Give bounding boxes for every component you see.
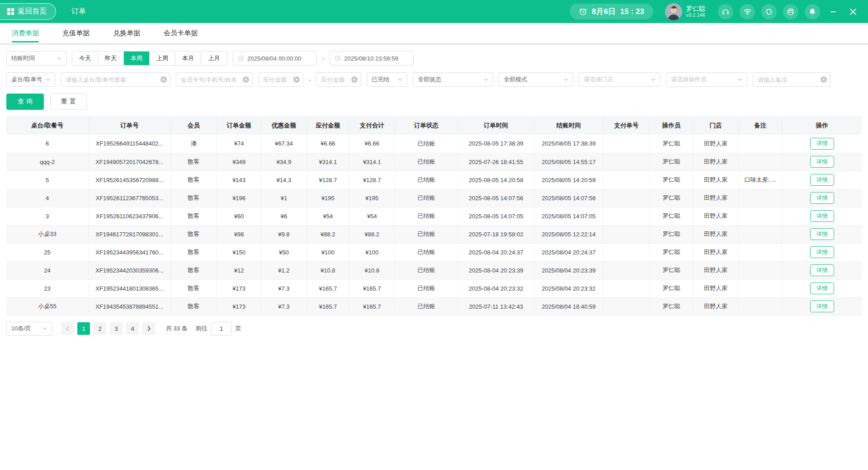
cell-remark (738, 207, 782, 225)
cell-discount-amount: ¥6 (261, 207, 307, 225)
cell-payment-no (604, 243, 650, 261)
quick-range-last-month[interactable]: 上月 (201, 52, 227, 65)
sync-icon[interactable] (761, 4, 777, 19)
cell-operator: 罗仁聪 (650, 135, 693, 153)
back-home-button[interactable]: 返回首页 (0, 3, 56, 20)
cell-discount-amount: ¥14.3 (261, 171, 307, 189)
cell-payment-no (604, 189, 650, 207)
chevron-down-icon (738, 78, 742, 81)
quick-range-this-month[interactable]: 本月 (175, 52, 201, 65)
tab-exchange-receipts[interactable]: 兑换单据 (113, 23, 140, 43)
cell-order-no: XF19435453878894551... (89, 297, 171, 315)
clear-icon[interactable] (821, 76, 827, 83)
mode-value: 全部模式 (504, 75, 527, 84)
quick-range-this-week[interactable]: 本周 (124, 52, 150, 65)
clear-icon[interactable] (351, 76, 358, 83)
datetime-display: 8月6日 15 : 23 (570, 4, 653, 19)
member-search-input[interactable] (181, 76, 248, 83)
cell-table-no: 6 (6, 135, 89, 153)
goto-page-input[interactable] (211, 322, 232, 336)
query-button[interactable]: 查询 (6, 94, 44, 110)
cell-checkout-time: 2025/08/04 20:23:39 (534, 261, 603, 279)
clear-icon[interactable] (293, 76, 300, 83)
back-home-label: 返回首页 (18, 7, 47, 16)
cell-payable-amount: ¥6.66 (307, 135, 349, 153)
bell-icon[interactable] (805, 4, 820, 19)
time-type-select[interactable]: 结账时间 (6, 51, 66, 66)
remark-input[interactable] (758, 76, 826, 83)
cell-checkout-time: 2025/08/05 14:07:56 (534, 189, 603, 207)
table-no-select[interactable]: 桌台/取单号 (6, 72, 55, 87)
column-header-order-status: 订单状态 (395, 116, 458, 135)
detail-button[interactable]: 详情 (810, 246, 834, 258)
detail-button[interactable]: 详情 (810, 228, 834, 240)
cell-order-no: XF19523441801308365... (89, 279, 171, 297)
tab-consume-receipts[interactable]: 消费单据 (12, 23, 39, 43)
table-search-field (61, 72, 170, 87)
cell-paid-total: ¥195 (349, 189, 395, 207)
cell-paid-total: ¥54 (349, 207, 395, 225)
reset-button[interactable]: 重置 (50, 94, 87, 110)
table-search-input[interactable] (66, 76, 165, 83)
cell-order-time: 2025-07-11 13:42:43 (458, 297, 534, 315)
cell-order-amount: ¥349 (217, 153, 261, 171)
cell-paid-total: ¥165.7 (349, 279, 395, 297)
clear-icon[interactable] (243, 76, 249, 83)
store-select[interactable]: 请选择门店 (579, 72, 660, 87)
wifi-icon[interactable] (740, 4, 755, 19)
page-unit-label: 页 (236, 324, 241, 333)
cell-order-status: 已结账 (395, 207, 458, 225)
cell-order-no: XF19526649115448402... (89, 135, 171, 153)
chevron-left-icon (66, 326, 70, 331)
cell-operator: 罗仁聪 (650, 153, 693, 171)
column-header-member: 会员 (170, 116, 217, 135)
detail-button[interactable]: 详情 (810, 264, 834, 276)
detail-button[interactable]: 详情 (810, 210, 834, 222)
table-row: 23XF19523441801308365...散客¥173¥7.3¥165.7… (6, 279, 862, 297)
cell-operator: 罗仁聪 (650, 207, 693, 225)
cell-remark (738, 279, 782, 297)
date-from-picker[interactable]: 2025/08/04 00:00:00 (233, 51, 317, 66)
detail-button[interactable]: 详情 (810, 156, 834, 168)
detail-button[interactable]: 详情 (810, 138, 834, 150)
date-to-picker[interactable]: 2025/08/10 23:59:59 (330, 51, 414, 66)
page-button-3[interactable]: 3 (110, 322, 123, 335)
clear-icon[interactable] (160, 76, 167, 83)
detail-button[interactable]: 详情 (810, 174, 834, 186)
detail-button[interactable]: 详情 (810, 192, 834, 204)
cell-member: 散客 (170, 171, 217, 189)
close-icon[interactable] (846, 4, 860, 19)
table-row: 小桌33XF19461772817098301...散客¥98¥9.8¥88.2… (6, 225, 862, 243)
settle-status-select[interactable]: 已完结 (367, 72, 407, 87)
mode-select[interactable]: 全部模式 (499, 72, 573, 87)
user-block[interactable]: 罗仁聪 v3.1.146 (665, 3, 705, 20)
quick-range-last-week[interactable]: 上周 (150, 52, 175, 65)
cell-table-no: 小桌55 (6, 297, 89, 315)
detail-button[interactable]: 详情 (810, 282, 834, 294)
cell-remark (738, 261, 782, 279)
headset-icon[interactable] (718, 4, 733, 19)
clock-icon (579, 7, 587, 16)
cell-checkout-time: 2025/08/05 14:07:05 (534, 207, 603, 225)
cell-order-amount: ¥143 (217, 171, 261, 189)
detail-button[interactable]: 详情 (810, 301, 834, 312)
cell-store: 田野人家 (693, 261, 738, 279)
quick-range-today[interactable]: 今天 (72, 52, 98, 65)
cell-order-no: XF19523443956341760... (89, 243, 171, 261)
page-button-2[interactable]: 2 (94, 322, 106, 335)
page-size-select[interactable]: 10条/页 (6, 322, 52, 336)
page-button-1[interactable]: 1 (77, 322, 90, 335)
page-button-4[interactable]: 4 (126, 322, 139, 335)
operator-select[interactable]: 请选择操作员 (666, 72, 747, 87)
chevron-down-icon (651, 78, 656, 81)
next-page-button[interactable] (142, 322, 155, 335)
cell-remark (738, 225, 782, 243)
printer-icon[interactable] (783, 4, 798, 19)
minimize-icon[interactable] (826, 4, 840, 19)
tab-recharge-receipts[interactable]: 充值单据 (62, 23, 90, 43)
prev-page-button[interactable] (61, 322, 74, 335)
order-status-select[interactable]: 全部状态 (413, 72, 493, 87)
store-placeholder: 请选择门店 (584, 75, 613, 84)
quick-range-yesterday[interactable]: 昨天 (98, 52, 124, 65)
tab-membercard-receipts[interactable]: 会员卡单据 (164, 23, 198, 43)
